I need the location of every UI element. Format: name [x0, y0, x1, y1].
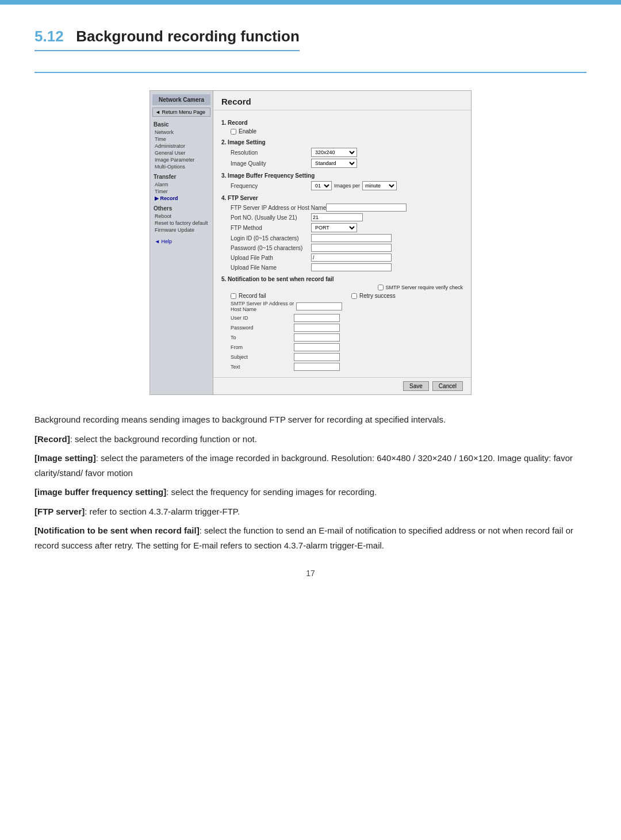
notif-left-col: Record fail SMTP Server IP Address or Ho… [231, 293, 342, 373]
resolution-label: Resolution [231, 149, 311, 156]
resolution-select[interactable]: 320x240 640x480 160x120 [311, 148, 357, 157]
section2-title: 2. Image Setting [221, 139, 463, 145]
sidebar-section-transfer: Transfer [154, 174, 210, 180]
main-panel: Record 1. Record Enable 2. Image Setting… [213, 91, 471, 394]
ftp-address-row: FTP Server IP Address or Host Name [221, 204, 463, 212]
ftp-path-row: Upload File Path [221, 254, 463, 262]
panel-footer: Save Cancel [213, 377, 471, 394]
description-intro: Background recording means sending image… [34, 412, 586, 427]
sidebar-item-administrator[interactable]: Administrator [152, 143, 210, 149]
smtp-server-label: SMTP Server IP Address or Host Name [231, 301, 296, 312]
sidebar-item-multi-options[interactable]: Multi-Options [152, 163, 210, 170]
return-menu-button[interactable]: ◄ Return Menu Page [152, 108, 210, 117]
desc-record-text: : select the background recording functi… [70, 434, 257, 444]
ui-mockup: Network Camera ◄ Return Menu Page Basic … [150, 90, 471, 395]
save-button[interactable]: Save [403, 381, 429, 391]
email-subject-input[interactable] [294, 353, 340, 361]
ftp-password-row: Password (0~15 characters) [221, 244, 463, 252]
top-accent-bar [0, 0, 621, 5]
ftp-login-label: Login ID (0~15 characters) [231, 235, 311, 241]
frequency-value-select[interactable]: 01020510 [311, 181, 332, 190]
description-section: Background recording means sending image… [34, 412, 586, 553]
smtp-verify-checkbox[interactable] [378, 285, 384, 290]
record-fail-label: Record fail [239, 293, 266, 299]
email-to-input[interactable] [294, 333, 340, 342]
sidebar: Network Camera ◄ Return Menu Page Basic … [150, 91, 213, 394]
desc-ftp-term: [FTP server] [34, 507, 85, 516]
desc-notification-term: [Notification to be sent when record fai… [34, 526, 200, 535]
desc-image-setting-term: [Image setting] [34, 453, 96, 463]
desc-record: [Record]: select the background recordin… [34, 432, 586, 447]
section5-title: 5. Notification to be sent when record f… [221, 276, 463, 282]
record-fail-checkbox[interactable] [231, 293, 236, 299]
desc-image-setting-text: : select the parameters of the image rec… [34, 453, 573, 478]
email-to-label: To [231, 335, 294, 340]
sidebar-help-link[interactable]: ◄ Help [152, 238, 210, 245]
sidebar-item-time[interactable]: Time [152, 136, 210, 143]
record-enable-row: Enable [221, 128, 463, 135]
sidebar-item-record[interactable]: ▶ Record [152, 195, 210, 202]
ftp-address-label: FTP Server IP Address or Host Name [231, 205, 326, 211]
desc-freq-term: [image buffer frequency setting] [34, 487, 166, 497]
ftp-path-input[interactable] [311, 254, 392, 262]
smtp-server-input[interactable] [296, 302, 342, 310]
section-title-text: Background recording function [76, 28, 300, 45]
sidebar-section-basic: Basic [154, 121, 210, 128]
ftp-filename-input[interactable] [311, 263, 392, 271]
frequency-unit-select[interactable]: minute hour [362, 181, 397, 190]
smtp-password-input[interactable] [294, 324, 340, 332]
email-subject-row: Subject [231, 353, 342, 361]
sidebar-item-network[interactable]: Network [152, 129, 210, 136]
email-to-row: To [231, 333, 342, 342]
panel-title: Record [213, 91, 471, 110]
page-number: 17 [34, 557, 586, 589]
smtp-password-row: Password [231, 324, 342, 332]
frequency-label: Frequency [231, 183, 311, 189]
ftp-password-input[interactable] [311, 244, 392, 252]
ftp-address-input[interactable] [326, 204, 407, 212]
sidebar-item-reset-factory[interactable]: Reset to factory default [152, 220, 210, 227]
sidebar-section-others: Others [154, 205, 210, 212]
ftp-port-row: Port NO. (Usually Use 21) [221, 213, 463, 221]
retry-success-row: Retry success [351, 293, 463, 299]
image-quality-select[interactable]: Standard Favor Clarity Favor Motion [311, 159, 357, 168]
sidebar-item-firmware-update[interactable]: Firmware Update [152, 227, 210, 233]
email-text-label: Text [231, 364, 294, 370]
smtp-userid-row: User ID [231, 314, 342, 322]
ftp-password-label: Password (0~15 characters) [231, 245, 311, 251]
desc-record-term: [Record] [34, 434, 70, 444]
section-number: 5.12 [34, 28, 64, 45]
frequency-controls: 01020510 Images per minute hour [311, 181, 397, 190]
desc-notification: [Notification to be sent when record fai… [34, 523, 586, 553]
email-text-input[interactable] [294, 363, 340, 371]
ftp-port-input[interactable] [311, 213, 363, 221]
record-enable-label: Enable [239, 128, 256, 135]
section1-title: 1. Record [221, 120, 463, 126]
section-title: 5.12 Background recording function [34, 28, 300, 51]
resolution-row: Resolution 320x240 640x480 160x120 [221, 148, 463, 157]
ftp-filename-row: Upload File Name [221, 263, 463, 271]
ftp-method-row: FTP Method PORT PASV [221, 223, 463, 232]
sidebar-item-image-parameter[interactable]: Image Parameter [152, 156, 210, 163]
notification-columns: Record fail SMTP Server IP Address or Ho… [221, 293, 463, 373]
sidebar-item-timer[interactable]: Timer [152, 188, 210, 195]
ftp-login-input[interactable] [311, 234, 392, 242]
ftp-method-select[interactable]: PORT PASV [311, 223, 357, 232]
retry-success-checkbox[interactable] [351, 293, 357, 299]
images-per-label: Images per [334, 183, 360, 189]
ftp-login-row: Login ID (0~15 characters) [221, 234, 463, 242]
ftp-port-label: Port NO. (Usually Use 21) [231, 214, 311, 221]
sidebar-item-general-user[interactable]: General User [152, 149, 210, 156]
sidebar-item-reboot[interactable]: Reboot [152, 213, 210, 220]
ftp-path-label: Upload File Path [231, 255, 311, 261]
cancel-button[interactable]: Cancel [432, 381, 463, 391]
sidebar-item-alarm[interactable]: Alarm [152, 181, 210, 188]
record-enable-checkbox[interactable] [231, 129, 236, 135]
frequency-row: Frequency 01020510 Images per minute hou… [221, 181, 463, 190]
smtp-userid-input[interactable] [294, 314, 340, 322]
email-from-input[interactable] [294, 343, 340, 351]
section-title-area: 5.12 Background recording function [34, 28, 586, 73]
section3-title: 3. Image Buffer Frequency Setting [221, 172, 463, 179]
desc-freq-text: : select the frequency for sending image… [166, 487, 377, 497]
email-from-label: From [231, 344, 294, 350]
